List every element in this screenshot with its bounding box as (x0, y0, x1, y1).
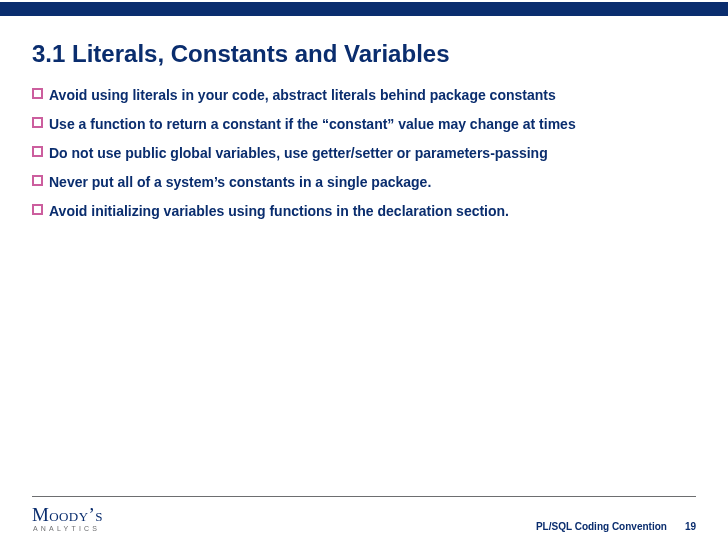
square-bullet-icon (32, 117, 43, 128)
bullet-text: Avoid using literals in your code, abstr… (49, 86, 556, 105)
square-bullet-icon (32, 175, 43, 186)
doc-title: PL/SQL Coding Convention (536, 521, 667, 532)
list-item: Use a function to return a constant if t… (32, 115, 696, 134)
square-bullet-icon (32, 204, 43, 215)
bullet-text: Use a function to return a constant if t… (49, 115, 576, 134)
bullet-text: Avoid initializing variables using funct… (49, 202, 509, 221)
list-item: Avoid initializing variables using funct… (32, 202, 696, 221)
bullet-list: Avoid using literals in your code, abstr… (32, 86, 696, 220)
slide-title: 3.1 Literals, Constants and Variables (32, 40, 696, 68)
slide-content: 3.1 Literals, Constants and Variables Av… (0, 16, 728, 220)
list-item: Do not use public global variables, use … (32, 144, 696, 163)
bullet-text: Do not use public global variables, use … (49, 144, 548, 163)
square-bullet-icon (32, 88, 43, 99)
top-band (0, 2, 728, 16)
logo-sub-text: ANALYTICS (33, 525, 103, 532)
footer-row: Moody’s ANALYTICS PL/SQL Coding Conventi… (32, 505, 696, 532)
page-number: 19 (685, 521, 696, 532)
square-bullet-icon (32, 146, 43, 157)
list-item: Never put all of a system’s constants in… (32, 173, 696, 192)
footer: Moody’s ANALYTICS PL/SQL Coding Conventi… (0, 496, 728, 546)
footer-right: PL/SQL Coding Convention 19 (536, 521, 696, 532)
footer-divider (32, 496, 696, 497)
list-item: Avoid using literals in your code, abstr… (32, 86, 696, 105)
bullet-text: Never put all of a system’s constants in… (49, 173, 431, 192)
logo-main-text: Moody’s (32, 505, 103, 524)
logo: Moody’s ANALYTICS (32, 505, 103, 532)
